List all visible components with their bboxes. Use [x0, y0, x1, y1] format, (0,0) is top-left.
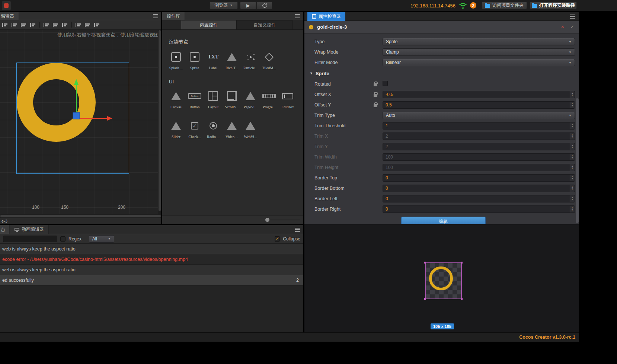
gizmo-y-axis-arrow[interactable] — [74, 79, 79, 118]
particle-icon — [250, 50, 252, 64]
edit-sprite-button[interactable]: 编辑 — [401, 217, 486, 224]
lock-icon[interactable] — [374, 83, 377, 86]
open-install-path-button[interactable]: 打开程序安装路径 — [530, 1, 577, 9]
library-item-label: EditBox — [281, 105, 294, 109]
library-item-particle[interactable]: Particle... — [241, 50, 260, 70]
scene-vertical-scrollbar[interactable] — [158, 30, 161, 214]
spinner-icon[interactable]: ▲▼ — [570, 143, 575, 150]
library-item-progress[interactable]: Progre... — [260, 89, 278, 109]
distribute-horizontal-icon[interactable] — [76, 22, 81, 27]
spinner-icon[interactable]: ▲▼ — [570, 154, 575, 160]
library-item-checkbox[interactable]: ✓Check... — [185, 119, 204, 139]
spinner-icon[interactable]: ▲▼ — [570, 175, 575, 181]
border-bottom-input[interactable]: 0▲▼ — [383, 185, 575, 192]
log-row-3[interactable]: web is always keep the aspect ratio — [0, 265, 303, 275]
align-left-icon[interactable] — [44, 22, 49, 27]
collapse-checkbox[interactable]: ✓ — [275, 236, 280, 242]
library-item-triangle[interactable]: Rich T... — [223, 50, 241, 70]
log-row-4[interactable]: ed successfully2 — [0, 275, 303, 285]
app-icon[interactable] — [2, 1, 11, 10]
tab-builtin-controls[interactable]: 内置控件 — [181, 20, 237, 29]
library-item-triangle[interactable]: Slider — [167, 119, 185, 139]
scene-panel-menu-icon[interactable] — [153, 14, 158, 18]
notification-badge[interactable]: 2 — [470, 2, 476, 9]
browser-select[interactable]: 浏览器 ▼ — [210, 1, 238, 9]
library-item-diamond[interactable]: TiledM... — [260, 50, 278, 70]
library-item-editbox[interactable]: EditBox — [278, 89, 297, 109]
spinner-icon[interactable]: ▲▼ — [570, 133, 575, 140]
lock-icon[interactable] — [374, 104, 377, 107]
prop-label-trim-height: Trim Height — [304, 165, 368, 170]
play-button[interactable]: ▶ — [240, 1, 256, 9]
tab-animation-editor[interactable]: 动画编辑器 — [10, 225, 49, 234]
scrollbar-thumb[interactable] — [576, 98, 579, 223]
trim-threshold-input[interactable]: 1▲▼ — [383, 122, 575, 130]
library-item-scrollview[interactable]: ScrollV... — [223, 89, 241, 109]
spinner-icon[interactable]: ▲▼ — [570, 102, 575, 108]
log-filter-select[interactable]: All ▼ — [89, 235, 114, 243]
align-center-icon[interactable] — [53, 22, 58, 27]
wrap-mode-select[interactable]: Clamp▼ — [383, 48, 575, 56]
spinner-icon[interactable]: ▲▼ — [570, 185, 575, 192]
library-item-button[interactable]: ButtonButton — [185, 89, 204, 109]
spinner-icon[interactable]: ▲▼ — [570, 122, 575, 129]
spinner-icon[interactable]: ▲▼ — [570, 91, 575, 98]
transform-gizmo[interactable] — [0, 30, 161, 214]
library-item-layout[interactable]: Layout — [204, 89, 223, 109]
scrollbar-thumb[interactable] — [0, 215, 161, 217]
align-bottom-icon[interactable] — [21, 22, 26, 27]
spinner-icon[interactable]: ▲▼ — [570, 206, 575, 213]
library-panel-menu-icon[interactable] — [295, 14, 300, 18]
zoom-slider-knob[interactable] — [265, 218, 269, 222]
console-panel-menu-icon[interactable] — [295, 228, 300, 232]
border-top-input[interactable]: 0▲▼ — [383, 174, 575, 182]
refresh-button[interactable] — [256, 1, 272, 9]
library-item-triangle[interactable]: Video ... — [223, 119, 241, 139]
tab-control-library[interactable]: 控件库 — [162, 12, 185, 20]
tab-custom-controls[interactable]: 自定义控件 — [237, 20, 292, 29]
rotated-checkbox[interactable] — [383, 81, 388, 86]
node-breadcrumb[interactable]: e-3 — [0, 218, 161, 224]
offset-y-input[interactable]: 0.5▲▼ — [383, 101, 575, 109]
gizmo-x-axis-arrow[interactable] — [78, 116, 112, 121]
console-search-input[interactable] — [3, 236, 57, 242]
scene-canvas[interactable]: 使用鼠标右键平移视窗焦点，使用滚轮缩放视图 100 150 200 — [0, 30, 161, 214]
spinner-icon[interactable]: ▲▼ — [570, 195, 575, 202]
library-item-sprite[interactable]: Sprite — [185, 50, 204, 70]
log-row-1[interactable]: web is always keep the aspect ratio — [0, 244, 303, 254]
tab-scene-editor[interactable]: 编辑器 — [0, 12, 19, 20]
tab-property-inspector[interactable]: 属性检查器 — [307, 12, 345, 21]
spinner-icon[interactable]: ▲▼ — [570, 164, 575, 171]
confirm-icon[interactable]: ✓ — [570, 25, 574, 29]
regex-checkbox[interactable] — [60, 236, 65, 242]
filter-mode-select[interactable]: Bilinear▼ — [383, 59, 575, 66]
distribute-grid-icon[interactable] — [94, 22, 100, 27]
scene-horizontal-scrollbar[interactable] — [0, 214, 161, 218]
inspector-scrollbar[interactable] — [576, 34, 579, 223]
distribute-vertical-icon[interactable] — [85, 22, 90, 27]
library-item-triangle[interactable]: PageVi... — [241, 89, 260, 109]
section-label: Sprite — [316, 71, 329, 76]
align-middle-icon[interactable] — [12, 22, 17, 27]
library-item-radio[interactable]: Radio ... — [204, 119, 223, 139]
align-right-icon[interactable] — [62, 22, 68, 27]
border-right-input[interactable]: 0▲▼ — [383, 205, 575, 213]
open-project-folder-button[interactable]: 访问项目文件夹 — [482, 1, 527, 9]
align-top-icon[interactable] — [2, 22, 8, 27]
gizmo-anchor-handle[interactable] — [73, 112, 80, 119]
lock-icon[interactable] — [374, 94, 377, 97]
sprite-section-header[interactable]: ▼Sprite — [304, 68, 579, 79]
library-item-triangle[interactable]: WebVi... — [241, 119, 260, 139]
type-select[interactable]: Sprite▼ — [383, 38, 575, 45]
library-item-txt[interactable]: TXTLabel — [204, 50, 223, 70]
trim-type-select[interactable]: Auto▼ — [383, 112, 575, 119]
log-row-2[interactable]: ecode error - /Users/yushan/GitCode/casi… — [0, 254, 303, 265]
inspector-panel-menu-icon[interactable] — [570, 15, 575, 19]
library-item-splash[interactable]: Splash ... — [167, 50, 185, 70]
align-stretch-icon[interactable] — [30, 22, 36, 27]
library-item-triangle[interactable]: Canvas — [167, 89, 185, 109]
offset-x-input[interactable]: -0.5▲▼ — [383, 91, 575, 98]
border-left-input[interactable]: 0▲▼ — [383, 195, 575, 202]
close-icon[interactable]: × — [561, 24, 564, 29]
tab-console[interactable]: 台 — [0, 225, 9, 234]
